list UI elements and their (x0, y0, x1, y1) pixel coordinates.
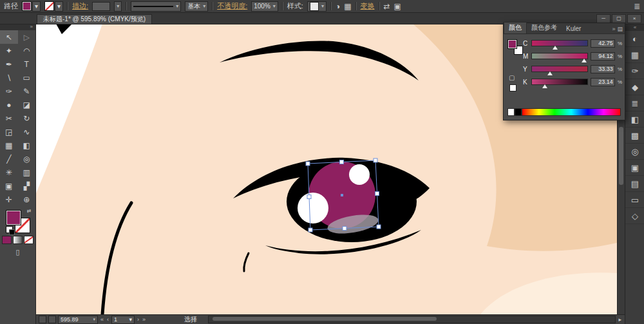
out-of-gamut-icon[interactable]: ▢ (509, 74, 515, 81)
line-segment-tool[interactable]: ∖ (0, 71, 18, 84)
black-swatch[interactable] (515, 108, 522, 116)
panel-menu-icon[interactable]: ▤ (617, 26, 625, 33)
magenta-value-field[interactable]: 94.12 (591, 52, 615, 61)
isolate-icon[interactable]: ▣ (394, 2, 401, 11)
recolor-artwork-icon[interactable]: ◑ (336, 2, 340, 11)
handle-bottom-right[interactable] (377, 225, 381, 229)
panel-fill-well[interactable] (507, 39, 517, 49)
opacity-dropdown[interactable]: 100% ▾ (251, 1, 278, 12)
magenta-slider[interactable] (531, 53, 588, 59)
stroke-weight-dropdown[interactable]: ▾ (114, 1, 122, 12)
zoom-tool[interactable]: ⊕ (18, 193, 36, 206)
white-swatch[interactable] (507, 108, 515, 116)
expand-dock-icon[interactable]: « (625, 24, 644, 31)
yellow-slider[interactable] (531, 66, 588, 72)
rectangle-tool[interactable]: ▭ (18, 71, 36, 84)
column-graph-tool[interactable]: ▥ (18, 166, 36, 179)
vertical-scroll-thumb[interactable] (619, 127, 623, 185)
fill-well[interactable] (6, 210, 21, 225)
stroke-dropdown-icon[interactable]: ▾ (55, 1, 63, 12)
paintbrush-tool[interactable]: ✑ (0, 84, 18, 98)
horizontal-scrollbar[interactable] (208, 316, 616, 323)
layers-panel-icon[interactable]: ▤ (625, 176, 644, 192)
brushes-panel-icon[interactable]: ✑ (625, 63, 644, 79)
status-right-button[interactable] (48, 316, 56, 323)
transparency-panel-icon[interactable]: ▩ (625, 128, 644, 144)
artboards-panel-icon[interactable]: ▭ (625, 192, 644, 208)
scissors-tool[interactable]: ✂ (0, 111, 18, 125)
screen-mode-button[interactable]: ▯ (0, 248, 35, 256)
type-tool[interactable]: T (18, 57, 36, 71)
shape-mode-icon[interactable]: ⇄ (384, 2, 390, 11)
last-artboard-icon[interactable]: » (142, 316, 146, 323)
eraser-tool[interactable]: ◪ (18, 98, 36, 111)
handle-top[interactable] (340, 160, 344, 164)
fill-dropdown-icon[interactable]: ▾ (32, 1, 41, 12)
handle-bottom[interactable] (343, 227, 346, 231)
rotate-tool[interactable]: ↻ (18, 111, 36, 125)
slice-tool[interactable]: ▞ (18, 179, 36, 193)
closest-web-color-swatch[interactable] (509, 84, 516, 91)
direct-selection-tool[interactable]: ▷ (18, 30, 36, 44)
gradient-tool[interactable]: ◧ (18, 138, 36, 152)
yellow-value-field[interactable]: 33.33 (591, 65, 615, 73)
stroke-color-swatch[interactable] (44, 1, 54, 11)
zoom-dropdown[interactable]: 595.89 ▾ (58, 316, 98, 324)
color-panel-icon[interactable]: ◐ (625, 31, 644, 47)
stroke-panel-link[interactable]: 描边: (72, 1, 88, 11)
gradient-panel-icon[interactable]: ◧ (625, 111, 644, 128)
handle-right[interactable] (375, 192, 379, 196)
next-artboard-icon[interactable]: › (137, 316, 140, 323)
align-icon[interactable]: ▦ (344, 2, 351, 11)
tab-color[interactable]: 颜色 (504, 22, 527, 33)
appearance-panel-icon[interactable]: ◎ (625, 144, 644, 160)
status-left-button[interactable] (39, 316, 46, 323)
scroll-right-icon[interactable]: ▸ (618, 316, 622, 323)
black-value-field[interactable]: 23.14 (591, 78, 615, 86)
document-tab[interactable]: 未标题-1* @ 595.89% (CMYK/预览) (37, 14, 152, 24)
control-bar-menu-icon[interactable]: ≣ (634, 2, 640, 11)
blend-tool[interactable]: ◎ (18, 152, 36, 166)
hand-tool[interactable]: ✛ (0, 193, 18, 206)
handle-top-right[interactable] (374, 158, 377, 162)
swatches-panel-icon[interactable]: ▦ (625, 47, 644, 63)
mesh-tool[interactable]: ▦ (0, 138, 18, 152)
selection-tool[interactable]: ↖ (0, 30, 18, 44)
lasso-tool[interactable]: ◠ (18, 44, 36, 57)
gradient-mode-button[interactable] (13, 236, 23, 244)
handle-top-left[interactable] (306, 162, 310, 166)
artboard-number-dropdown[interactable]: 1 ▾ (111, 316, 135, 324)
style-dropdown[interactable]: ▾ (307, 1, 327, 12)
transform-link[interactable]: 变换 (361, 1, 375, 11)
default-fill-stroke-icon[interactable] (6, 226, 13, 233)
scale-tool[interactable]: ◲ (0, 125, 18, 138)
color-spectrum-bar[interactable] (522, 108, 621, 116)
cyan-value-field[interactable]: 42.75 (591, 39, 615, 48)
collapse-tools-icon[interactable]: » (0, 24, 35, 30)
prev-artboard-icon[interactable]: ‹ (106, 316, 109, 323)
tab-kuler[interactable]: Kuler (562, 24, 585, 33)
maximize-button[interactable]: ▢ (612, 14, 626, 23)
first-artboard-icon[interactable]: « (100, 316, 104, 323)
stroke-color-picker[interactable]: ▾ (44, 1, 63, 12)
close-button[interactable]: × (627, 14, 641, 23)
fill-color-picker[interactable]: ▾ (22, 1, 41, 12)
cyan-slider-thumb[interactable] (553, 46, 558, 50)
swap-fill-stroke-icon[interactable]: ⇄ (27, 208, 32, 214)
magenta-slider-thumb[interactable] (582, 59, 587, 62)
magic-wand-tool[interactable]: ✦ (0, 44, 18, 57)
symbol-sprayer-tool[interactable]: ✳ (0, 166, 18, 179)
handle-bottom-left[interactable] (308, 228, 312, 232)
blob-brush-tool[interactable]: ● (0, 98, 18, 111)
symbols-panel-icon[interactable]: ◆ (625, 79, 644, 95)
black-slider-thumb[interactable] (542, 84, 547, 88)
minimize-button[interactable]: ─ (596, 14, 611, 23)
pencil-tool[interactable]: ✎ (18, 84, 36, 98)
yellow-slider-thumb[interactable] (547, 71, 553, 75)
stroke-weight-field[interactable] (92, 2, 110, 11)
opacity-link[interactable]: 不透明度: (217, 1, 247, 11)
pen-tool[interactable]: ✒ (0, 57, 18, 71)
width-tool[interactable]: ∿ (18, 125, 36, 138)
fill-color-swatch[interactable] (22, 1, 32, 11)
cyan-slider[interactable] (531, 40, 588, 46)
